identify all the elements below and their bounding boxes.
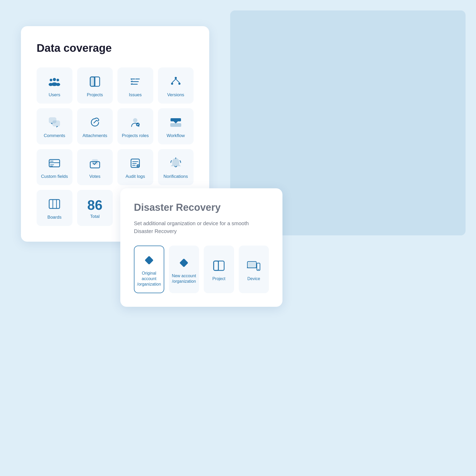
notifications-label: Norifications <box>163 174 188 179</box>
grid-item-attachments[interactable]: Attachments <box>77 108 113 144</box>
total-number: 86 <box>87 198 103 212</box>
comments-icon <box>48 116 61 129</box>
original-account-label: Original account /organization <box>137 271 161 287</box>
issues-icon <box>128 75 142 88</box>
grid-item-workflow[interactable]: Workflow <box>158 108 194 144</box>
grid-item-total: 86 Total <box>77 190 113 226</box>
svg-line-18 <box>176 79 179 83</box>
new-account-label: New account /organization <box>172 273 196 284</box>
comments-label: Comments <box>44 133 65 139</box>
svg-rect-49 <box>214 261 218 270</box>
svg-point-1 <box>56 79 59 81</box>
versions-icon <box>169 75 183 88</box>
dr-item-project[interactable]: Project <box>204 246 234 293</box>
svg-point-2 <box>50 79 52 81</box>
grid-item-projects[interactable]: Projects <box>77 67 113 104</box>
project-icon <box>212 259 226 273</box>
disaster-recovery-grid: Original account /organization New accou… <box>134 246 269 293</box>
svg-rect-52 <box>248 262 256 267</box>
svg-rect-21 <box>53 121 60 126</box>
projects-roles-label: Projects roles <box>122 133 149 139</box>
disaster-recovery-subtitle: Set additional organization or device fo… <box>134 219 269 235</box>
svg-rect-26 <box>171 123 181 127</box>
svg-rect-47 <box>179 258 188 267</box>
svg-rect-48 <box>214 261 224 270</box>
users-icon <box>48 75 61 88</box>
projects-roles-icon <box>128 116 142 129</box>
boards-label: Boards <box>47 214 61 220</box>
grid-item-users[interactable]: Users <box>37 67 72 104</box>
data-coverage-title: Data coverage <box>37 42 194 54</box>
votes-icon <box>88 156 102 170</box>
svg-rect-46 <box>145 256 154 265</box>
device-label: Device <box>247 276 260 282</box>
svg-point-16 <box>178 83 180 85</box>
custom-fields-label: Custom fields <box>41 174 68 179</box>
notifications-icon <box>169 156 183 170</box>
svg-point-15 <box>171 83 173 85</box>
svg-point-0 <box>53 78 56 81</box>
votes-label: Votes <box>89 174 100 179</box>
dr-item-device[interactable]: Device <box>239 246 269 293</box>
projects-icon <box>88 75 102 88</box>
versions-label: Versions <box>167 92 184 98</box>
users-label: Users <box>49 92 60 98</box>
dr-item-new-account[interactable]: New account /organization <box>169 246 199 293</box>
grid-item-projects-roles[interactable]: Projects roles <box>117 108 153 144</box>
original-account-diamond-icon <box>142 253 156 267</box>
new-account-diamond-icon <box>177 256 191 270</box>
grid-item-versions[interactable]: Versions <box>158 67 194 104</box>
disaster-recovery-title: Disaster Recovery <box>134 202 269 213</box>
custom-fields-icon <box>48 156 61 170</box>
svg-rect-7 <box>90 77 94 86</box>
grid-item-comments[interactable]: Comments <box>37 108 72 144</box>
svg-marker-20 <box>51 123 52 124</box>
svg-point-4 <box>56 83 60 86</box>
device-icon <box>247 259 260 273</box>
workflow-icon <box>169 116 183 129</box>
dr-item-original-account[interactable]: Original account /organization <box>134 246 164 293</box>
svg-marker-27 <box>174 121 178 123</box>
project-label: Project <box>212 276 225 282</box>
total-label: Total <box>90 214 100 219</box>
svg-point-5 <box>49 83 53 86</box>
svg-point-14 <box>175 77 177 79</box>
audit-logs-icon <box>128 156 142 170</box>
svg-marker-22 <box>56 126 58 128</box>
svg-rect-25 <box>171 118 181 121</box>
grid-item-audit-logs[interactable]: Audit logs <box>117 149 153 185</box>
grid-item-boards[interactable]: Boards <box>37 190 72 226</box>
workflow-label: Workflow <box>167 133 185 139</box>
projects-label: Projects <box>87 92 103 98</box>
grid-item-issues[interactable]: Issues <box>117 67 153 104</box>
grid-item-notifications[interactable]: Norifications <box>158 149 194 185</box>
grid-item-votes[interactable]: Votes <box>77 149 113 185</box>
disaster-recovery-card: Disaster Recovery Set additional organiz… <box>120 188 282 307</box>
boards-icon <box>48 197 61 211</box>
svg-point-23 <box>133 118 137 122</box>
svg-rect-43 <box>49 200 60 208</box>
grid-item-custom-fields[interactable]: Custom fields <box>37 149 72 185</box>
svg-line-17 <box>172 79 176 83</box>
audit-logs-label: Audit logs <box>126 174 145 179</box>
issues-label: Issues <box>129 92 142 98</box>
svg-point-41 <box>138 166 138 167</box>
attachments-label: Attachments <box>83 133 107 139</box>
svg-rect-30 <box>50 161 53 162</box>
attachments-icon <box>88 116 102 129</box>
